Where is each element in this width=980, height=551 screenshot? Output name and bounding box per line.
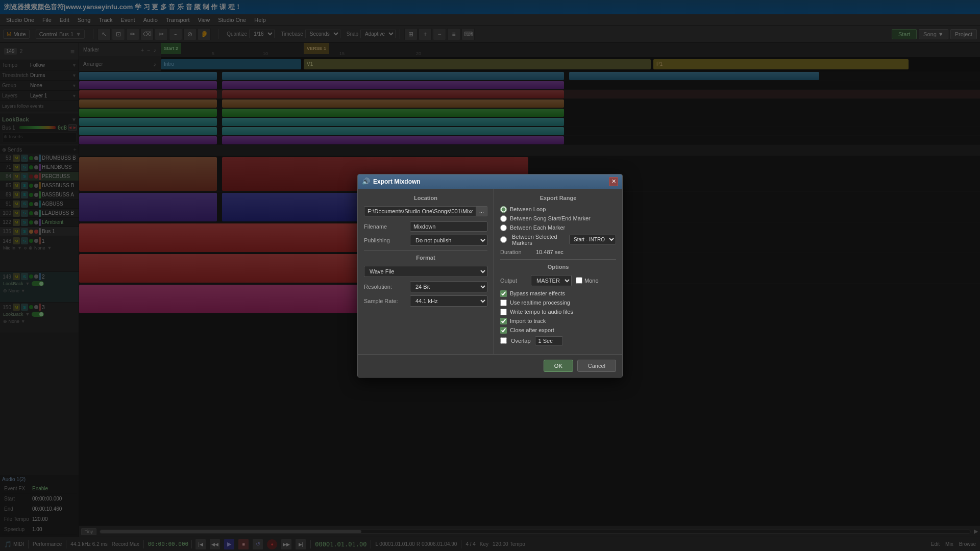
dialog-left-panel: Location … Filename Publishing Do not pu… [358,189,494,354]
range-song-radio[interactable] [500,215,507,222]
dialog-right-panel: Export Range Between Loop Between Song S… [494,189,622,354]
realtime-row: Use realtime processing [500,299,616,306]
write-tempo-label: Write tempo to audio files [510,309,573,315]
import-to-track-row: Import to track [500,318,616,324]
range-between-loop: Between Loop [500,206,616,213]
mono-label: Mono [584,278,599,284]
filename-row: Filename [364,221,487,232]
import-track-label: Import to track [510,318,546,324]
output-row: Output MASTER Mono [500,275,616,286]
path-browse-button[interactable]: … [476,206,487,216]
duration-row: Duration 10.487 sec [500,249,616,255]
options-section-title: Options [500,264,616,270]
ok-button[interactable]: OK [544,360,573,372]
overlap-checkbox[interactable] [500,337,507,344]
section-divider-2 [500,259,616,260]
export-mixdown-dialog: 🔊 Export Mixdown ✕ Location … Filename [357,174,623,378]
realtime-label: Use realtime processing [510,299,570,306]
publishing-select[interactable]: Do not publish [410,235,487,246]
format-select[interactable]: Wave File [364,266,487,277]
dialog-title-icon: 🔊 [362,178,370,185]
filename-input[interactable] [410,221,487,232]
sample-rate-label: Sample Rate: [364,298,410,304]
range-song-label: Between Song Start/End Marker [510,215,591,221]
dialog-overlay: 🔊 Export Mixdown ✕ Location … Filename [0,0,980,551]
duration-value: 10.487 sec [536,249,564,255]
format-field: Wave File [364,266,487,277]
range-song-start-end: Between Song Start/End Marker [500,215,616,222]
dialog-body: Location … Filename Publishing Do not pu… [358,189,622,354]
duration-label: Duration [500,249,536,255]
dialog-title: 🔊 Export Mixdown [362,178,421,185]
overlap-label: Overlap [511,338,531,344]
range-each-label: Between Each Marker [510,224,565,231]
write-tempo-row: Write tempo to audio files [500,309,616,315]
format-section-title: Format [364,255,487,261]
range-loop-label: Between Loop [510,206,546,212]
export-range-title: Export Range [500,195,616,201]
realtime-checkbox[interactable] [500,299,507,306]
cancel-button[interactable]: Cancel [577,360,616,372]
dialog-titlebar: 🔊 Export Mixdown ✕ [358,174,622,189]
sample-rate-row: Sample Rate: 44.1 kHz 48 kHz 88.2 kHz 96… [364,295,487,307]
publishing-label: Publishing [364,237,410,243]
resolution-select[interactable]: 24 Bit 16 Bit 32 Bit Float [410,281,487,292]
range-each-marker: Between Each Marker [500,224,616,231]
dialog-title-text: Export Mixdown [373,178,421,185]
resolution-row: Resolution: 24 Bit 16 Bit 32 Bit Float [364,281,487,292]
range-each-marker-radio[interactable] [500,224,507,231]
range-selected-radio[interactable] [500,236,507,243]
location-section-title: Location [364,195,487,201]
publishing-row: Publishing Do not publish [364,235,487,246]
section-divider-1 [364,250,487,251]
import-track-checkbox[interactable] [500,318,507,324]
range-selected-markers: Between Selected Markers Start - INTRO [500,234,616,246]
resolution-label: Resolution: [364,284,410,290]
path-field: … [364,206,487,216]
mono-check: Mono [576,277,599,284]
write-tempo-checkbox[interactable] [500,309,507,315]
output-select[interactable]: MASTER [531,275,572,286]
output-label: Output [500,278,531,284]
path-input[interactable] [364,206,476,216]
path-input-group: … [364,206,487,216]
mono-checkbox[interactable] [576,277,582,284]
dialog-close-button[interactable]: ✕ [609,177,618,186]
close-after-checkbox[interactable] [500,327,507,334]
dialog-footer: OK Cancel [358,354,622,377]
overlap-input[interactable] [535,336,563,345]
range-loop-radio[interactable] [500,206,507,213]
bypass-master-row: Bypass master effects [500,290,616,297]
sample-rate-select[interactable]: 44.1 kHz 48 kHz 88.2 kHz 96 kHz [410,295,487,307]
close-after-export-row: Close after export [500,327,616,334]
range-selected-select[interactable]: Start - INTRO [569,235,616,244]
close-after-label: Close after export [510,327,554,333]
bypass-master-checkbox[interactable] [500,290,507,297]
filename-label: Filename [364,223,410,230]
range-selected-label: Between Selected Markers [512,234,569,246]
overlap-row: Overlap [500,336,616,345]
bypass-master-label: Bypass master effects [510,290,565,296]
